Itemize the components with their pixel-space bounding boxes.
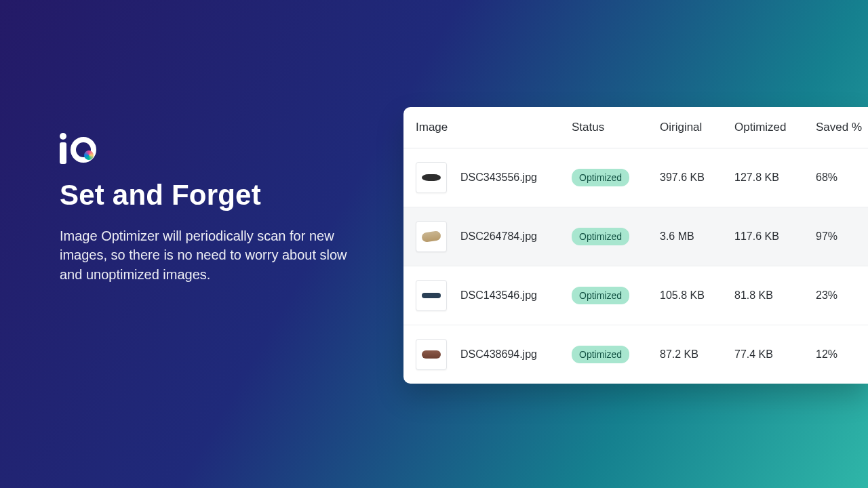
file-name: DSC438694.jpg [460, 348, 537, 361]
app-logo [60, 133, 98, 164]
thumbnail-icon [416, 162, 447, 193]
saved-percent: 97% [816, 230, 868, 243]
table-row: DSC343556.jpg Optimized 397.6 KB 127.8 K… [403, 148, 868, 207]
status-cell: Optimized [572, 346, 660, 363]
thumbnail-icon [416, 221, 447, 252]
status-badge: Optimized [572, 169, 629, 186]
saved-percent: 68% [816, 171, 868, 184]
saved-percent: 12% [816, 348, 868, 361]
image-cell: DSC143546.jpg [416, 280, 572, 311]
col-saved: Saved % [816, 121, 868, 134]
file-name: DSC143546.jpg [460, 289, 537, 302]
hero-description: Image Optimizer will periodically scan f… [60, 226, 365, 284]
col-optimized: Optimized [734, 121, 816, 134]
saved-percent: 23% [816, 289, 868, 302]
status-badge: Optimized [572, 287, 629, 304]
table-row: DSC143546.jpg Optimized 105.8 KB 81.8 KB… [403, 266, 868, 325]
status-cell: Optimized [572, 287, 660, 304]
original-size: 3.6 MB [660, 230, 734, 243]
optimized-size: 117.6 KB [734, 230, 816, 243]
status-cell: Optimized [572, 228, 660, 245]
optimized-size: 127.8 KB [734, 171, 816, 184]
image-cell: DSC438694.jpg [416, 339, 572, 370]
col-status: Status [572, 121, 660, 134]
optimized-size: 81.8 KB [734, 289, 816, 302]
thumbnail-icon [416, 280, 447, 311]
original-size: 397.6 KB [660, 171, 734, 184]
table-row: DSC438694.jpg Optimized 87.2 KB 77.4 KB … [403, 325, 868, 384]
table-row: DSC264784.jpg Optimized 3.6 MB 117.6 KB … [403, 207, 868, 266]
optimized-size: 77.4 KB [734, 348, 816, 361]
status-cell: Optimized [572, 169, 660, 186]
hero-section: Set and Forget Image Optimizer will peri… [60, 133, 365, 284]
col-original: Oiriginal [660, 121, 734, 134]
status-badge: Optimized [572, 228, 629, 245]
image-cell: DSC343556.jpg [416, 162, 572, 193]
col-image: Image [416, 121, 572, 134]
hero-title: Set and Forget [60, 179, 365, 211]
original-size: 105.8 KB [660, 289, 734, 302]
original-size: 87.2 KB [660, 348, 734, 361]
image-cell: DSC264784.jpg [416, 221, 572, 252]
results-table: Image Status Oiriginal Optimized Saved %… [403, 107, 868, 384]
thumbnail-icon [416, 339, 447, 370]
file-name: DSC264784.jpg [460, 230, 537, 243]
file-name: DSC343556.jpg [460, 171, 537, 184]
table-header: Image Status Oiriginal Optimized Saved % [403, 107, 868, 148]
status-badge: Optimized [572, 346, 629, 363]
